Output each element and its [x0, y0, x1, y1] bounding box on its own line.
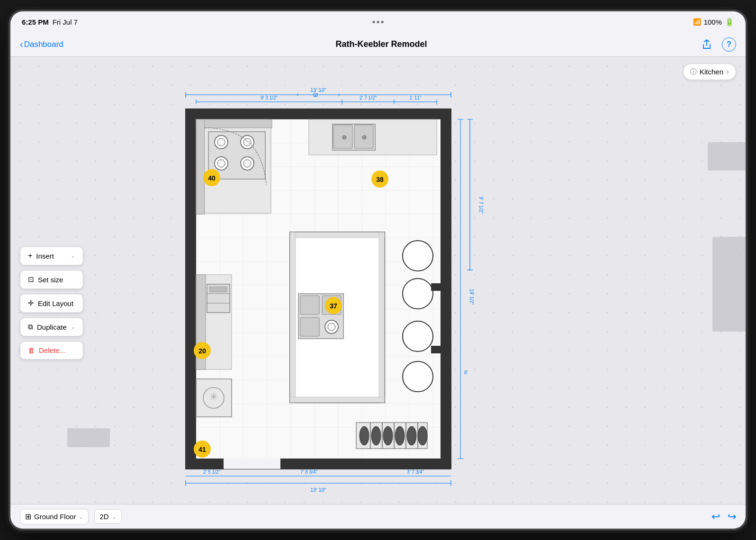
- svg-text:✳: ✳: [209, 391, 218, 403]
- floor-chevron-icon: ⌄: [79, 513, 83, 520]
- back-button[interactable]: ‹ Dashboard: [20, 39, 63, 50]
- svg-rect-3: [186, 109, 196, 469]
- svg-rect-4: [441, 109, 451, 469]
- back-label: Dashboard: [24, 40, 63, 49]
- duplicate-button[interactable]: ⧉ Duplicate ⌄: [20, 317, 83, 336]
- svg-rect-54: [209, 287, 227, 292]
- svg-text:8': 8': [464, 370, 468, 375]
- trash-icon: 🗑: [28, 346, 35, 354]
- svg-text:41: 41: [198, 446, 206, 453]
- svg-text:37: 37: [330, 302, 337, 310]
- room-chevron-icon: ›: [726, 67, 729, 77]
- svg-point-42: [243, 160, 251, 167]
- canvas-background[interactable]: ⓘ Kitchen › + Insert ⌄ ⊡ Set size: [10, 57, 746, 504]
- room-info-icon: ⓘ: [690, 68, 697, 76]
- svg-text:13' 10": 13' 10": [310, 87, 326, 93]
- plus-icon: +: [28, 252, 32, 260]
- nav-bar: ‹ Dashboard Rath-Keebler Remodel ?: [10, 32, 746, 57]
- svg-text:19' 1/2": 19' 1/2": [469, 289, 474, 305]
- chevron-left-icon: ‹: [20, 39, 23, 50]
- share-button[interactable]: [699, 37, 714, 52]
- svg-text:3' 7 3/4": 3' 7 3/4": [407, 469, 424, 475]
- redo-button[interactable]: ↪: [728, 511, 736, 523]
- duplicate-icon: ⧉: [28, 323, 33, 331]
- svg-rect-31: [196, 119, 272, 128]
- svg-point-81: [383, 426, 393, 445]
- set-size-button[interactable]: ⊡ Set size: [20, 270, 83, 289]
- edit-layout-button[interactable]: ✛ Edit Layout: [20, 294, 83, 313]
- resize-icon: ⊡: [28, 275, 34, 284]
- svg-text:2' 7 1/2": 2' 7 1/2": [360, 95, 377, 100]
- svg-rect-93: [315, 95, 316, 97]
- set-size-label: Set size: [38, 276, 63, 284]
- nav-actions: ?: [699, 37, 736, 52]
- duplicate-label: Duplicate: [37, 323, 67, 331]
- battery-icon: 🔋: [725, 18, 734, 27]
- delete-button[interactable]: 🗑 Delete...: [20, 341, 83, 360]
- insert-label: Insert: [36, 252, 54, 260]
- battery-percentage: 100%: [704, 18, 722, 26]
- svg-rect-60: [290, 232, 296, 403]
- room-badge[interactable]: ⓘ Kitchen ›: [683, 63, 736, 80]
- svg-point-36: [217, 138, 225, 146]
- svg-rect-59: [290, 232, 385, 238]
- wifi-icon: 📶: [693, 18, 701, 26]
- main-canvas[interactable]: ⓘ Kitchen › + Insert ⌄ ⊡ Set size: [10, 57, 746, 504]
- duplicate-chevron-icon: ⌄: [71, 324, 75, 330]
- layers-icon: ⊞: [25, 512, 31, 521]
- svg-text:13' 10": 13' 10": [310, 487, 326, 493]
- svg-point-38: [243, 138, 251, 146]
- svg-text:38: 38: [376, 176, 384, 183]
- view-selector[interactable]: 2D ⌄: [94, 509, 121, 524]
- svg-rect-32: [196, 119, 205, 214]
- svg-text:20: 20: [198, 347, 206, 355]
- status-bar: 6:25 PM Fri Jul 7 📶 100% 🔋: [10, 11, 746, 32]
- svg-rect-64: [300, 296, 319, 315]
- page-title: Rath-Keebler Remodel: [335, 39, 427, 49]
- svg-point-79: [360, 426, 369, 445]
- move-icon: ✛: [28, 299, 34, 307]
- floor-label: Ground Floor: [34, 513, 76, 521]
- svg-point-72: [403, 361, 433, 392]
- insert-chevron-icon: ⌄: [71, 252, 75, 259]
- svg-point-70: [403, 279, 433, 309]
- insert-button[interactable]: + Insert ⌄: [20, 246, 83, 265]
- delete-label: Delete...: [39, 346, 65, 354]
- svg-text:9' 7 1/2": 9' 7 1/2": [478, 197, 484, 214]
- help-button[interactable]: ?: [722, 37, 736, 52]
- floor-selector[interactable]: ⊞ Ground Floor ⌄: [20, 509, 89, 524]
- svg-point-47: [342, 135, 346, 139]
- svg-rect-1: [186, 109, 451, 119]
- svg-text:9' 3 1/2": 9' 3 1/2": [261, 95, 278, 100]
- undo-button[interactable]: ↩: [711, 511, 720, 523]
- svg-point-82: [395, 426, 405, 445]
- svg-point-84: [418, 426, 427, 445]
- svg-point-68: [328, 323, 335, 331]
- svg-rect-62: [290, 397, 385, 403]
- svg-rect-86: [431, 283, 441, 291]
- svg-text:7' 8 3/4": 7' 8 3/4": [300, 469, 317, 475]
- svg-point-71: [403, 321, 433, 351]
- bottom-bar: ⊞ Ground Floor ⌄ 2D ⌄ ↩ ↪: [10, 504, 746, 529]
- view-label: 2D: [99, 513, 108, 521]
- svg-rect-87: [431, 346, 441, 353]
- svg-text:2' 5 1/2": 2' 5 1/2": [203, 469, 220, 475]
- svg-text:1' 11": 1' 11": [410, 95, 422, 100]
- bottom-left-controls: ⊞ Ground Floor ⌄ 2D ⌄: [20, 509, 122, 524]
- svg-text:40: 40: [208, 174, 216, 182]
- svg-point-40: [217, 160, 225, 167]
- bottom-right-controls: ↩ ↪: [711, 511, 736, 523]
- svg-point-83: [407, 426, 416, 445]
- svg-point-69: [403, 241, 433, 271]
- status-date: Fri Jul 7: [53, 18, 78, 26]
- svg-rect-61: [379, 232, 385, 403]
- svg-rect-66: [300, 317, 319, 336]
- status-time: 6:25 PM: [22, 18, 49, 26]
- view-chevron-icon: ⌄: [112, 513, 117, 520]
- room-label: Kitchen: [700, 68, 723, 76]
- svg-point-80: [371, 426, 381, 445]
- floorplan-svg[interactable]: ✳: [129, 71, 546, 504]
- edit-layout-label: Edit Layout: [38, 299, 73, 307]
- svg-rect-85: [224, 459, 280, 469]
- svg-point-48: [362, 135, 366, 139]
